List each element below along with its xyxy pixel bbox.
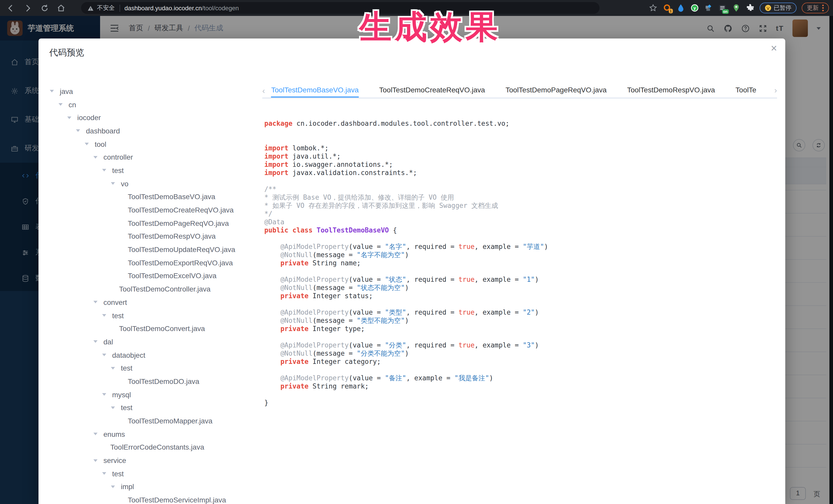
file-tab[interactable]: ToolTestDemoCreateReqVO.java	[379, 83, 485, 98]
tree-node-label: test	[112, 470, 124, 478]
tree-file[interactable]: ToolTestDemoBaseVO.java	[44, 190, 262, 203]
tree-file[interactable]: ToolTestDemoDO.java	[44, 375, 262, 388]
tree-node[interactable]: vo	[44, 177, 262, 190]
code-line: /**	[264, 185, 780, 193]
caret-down-icon	[102, 473, 106, 475]
tree-file[interactable]: ToolTestDemoServiceImpl.java	[44, 494, 262, 504]
back-icon[interactable]	[6, 3, 16, 13]
tree-node-label: ToolTestDemoUpdateReqVO.java	[128, 245, 235, 254]
tree-node[interactable]: mysql	[44, 388, 262, 401]
dialog-title: 代码预览	[49, 47, 84, 58]
code-line	[264, 267, 780, 275]
address-bar[interactable]: 不安全 dashboard.yudao.iocoder.cn/tool/code…	[81, 2, 599, 14]
extension-drop-icon[interactable]	[676, 4, 685, 12]
tree-node-label: java	[60, 87, 73, 95]
bookmark-star-icon[interactable]	[648, 4, 657, 12]
caret-down-icon	[85, 143, 89, 145]
tree-node-label: test	[112, 166, 124, 174]
code-line: @Data	[264, 218, 780, 226]
code-line: * 如果子 VO 存在差异的字段，请不要添加到这里，影响 Swagger 文档生…	[264, 202, 780, 210]
tree-node[interactable]: service	[44, 454, 262, 467]
tree-node[interactable]: controller	[44, 151, 262, 164]
browser-menu-icon	[822, 5, 824, 11]
file-tab[interactable]: ToolTestDemoPageReqVO.java	[505, 83, 606, 98]
tabs-prev-icon[interactable]: ‹	[262, 87, 265, 95]
tree-file[interactable]: ToolTestDemoExcelVO.java	[44, 269, 262, 282]
tree-node-label: impl	[121, 483, 134, 491]
code-line: @ApiModelProperty(value = "状态", required…	[264, 275, 780, 284]
reload-icon[interactable]	[40, 3, 49, 13]
tabs-next-icon[interactable]: ›	[772, 86, 777, 94]
tree-node-label: ToolTestDemoPageReqVO.java	[128, 219, 229, 227]
tree-node[interactable]: impl	[44, 480, 262, 493]
tree-node[interactable]: dal	[44, 335, 262, 348]
file-tab[interactable]: ToolTestDemoRespVO.java	[627, 83, 715, 98]
tree-node[interactable]: iocoder	[44, 111, 262, 124]
tree-node[interactable]: dashboard	[44, 124, 262, 137]
tree-file[interactable]: ToolTestDemoCreateReqVO.java	[44, 203, 262, 216]
caret-down-icon	[67, 116, 71, 119]
tree-node[interactable]: cn	[44, 98, 262, 111]
tree-file[interactable]: ToolTestDemoMapper.java	[44, 414, 262, 427]
tree-node[interactable]: java	[44, 85, 262, 98]
code-line	[264, 128, 780, 136]
tree-node-label: controller	[103, 153, 133, 162]
url-path: /tool/codegen	[202, 4, 239, 11]
code-line: @ApiModelProperty(value = "分类", required…	[264, 341, 780, 350]
extension-squares-icon[interactable]	[704, 4, 713, 12]
code-line: private Integer type;	[264, 325, 780, 333]
code-line	[264, 235, 780, 243]
tree-node[interactable]: test	[44, 164, 262, 177]
tree-file[interactable]: ToolTestDemoExportReqVO.java	[44, 256, 262, 269]
close-icon[interactable]: ×	[771, 43, 777, 53]
puzzle-icon[interactable]	[745, 4, 754, 12]
tree-node-label: ToolTestDemoRespVO.java	[128, 232, 216, 240]
tree-node[interactable]: enums	[44, 428, 262, 440]
paused-label: 已暂停	[774, 4, 791, 12]
tree-node-label: service	[103, 456, 126, 464]
extension-y-icon[interactable]: y	[690, 4, 699, 12]
tree-node[interactable]: tool	[44, 138, 262, 151]
caret-down-icon	[76, 129, 80, 132]
tree-node[interactable]: test	[44, 362, 262, 375]
profile-paused-pill[interactable]: 已暂停	[759, 3, 796, 13]
tree-file[interactable]: ToolTestDemoPageReqVO.java	[44, 217, 262, 230]
code-line	[264, 300, 780, 309]
extension-pin-icon[interactable]	[732, 4, 740, 12]
tree-node[interactable]: test	[44, 401, 262, 414]
caret-down-icon	[111, 367, 115, 369]
tree-node[interactable]: test	[44, 467, 262, 480]
file-tab[interactable]: ToolTestDemoBaseVO.java	[271, 83, 359, 98]
caret-down-icon	[111, 407, 115, 409]
caret-down-icon	[102, 169, 106, 172]
tree-node-label: ToolTestDemoCreateReqVO.java	[128, 206, 234, 214]
address-divider	[119, 4, 120, 11]
code-line	[264, 177, 780, 185]
tree-node[interactable]: test	[44, 309, 262, 322]
caret-down-icon	[93, 301, 97, 304]
code-line: @NotNull(message = "类型不能为空")	[264, 317, 780, 325]
tree-node[interactable]: convert	[44, 296, 262, 309]
home-icon[interactable]	[56, 3, 66, 13]
code-line	[264, 366, 780, 374]
file-tabs-bar: ‹ ToolTestDemoBaseVO.javaToolTestDemoCre…	[262, 83, 777, 99]
forward-icon[interactable]	[23, 3, 32, 13]
tree-node[interactable]: dataobject	[44, 349, 262, 362]
tree-node-label: ToolTestDemoConvert.java	[119, 325, 205, 333]
tree-file[interactable]: ToolTestDemoUpdateReqVO.java	[44, 243, 262, 256]
caret-down-icon	[102, 354, 106, 356]
caret-down-icon	[50, 90, 54, 93]
chrome-update-button[interactable]: 更新	[802, 3, 829, 13]
tree-file[interactable]: ToolTestDemoConvert.java	[44, 322, 262, 335]
tree-node-label: dataobject	[112, 351, 145, 359]
extension-orange-icon[interactable]: 1	[662, 4, 671, 12]
code-line: private String remark;	[264, 382, 780, 390]
extension-list-icon[interactable]: on	[718, 4, 727, 12]
file-tab[interactable]: ToolTe	[736, 83, 756, 98]
tree-file[interactable]: ToolTestDemoController.java	[44, 283, 262, 296]
tree-file[interactable]: ToolTestDemoRespVO.java	[44, 230, 262, 243]
code-line: @ApiModelProperty(value = "备注", example …	[264, 374, 780, 382]
code-line: private String name;	[264, 259, 780, 267]
tree-file[interactable]: ToolErrorCodeConstants.java	[44, 440, 262, 454]
caret-down-icon	[93, 433, 97, 435]
